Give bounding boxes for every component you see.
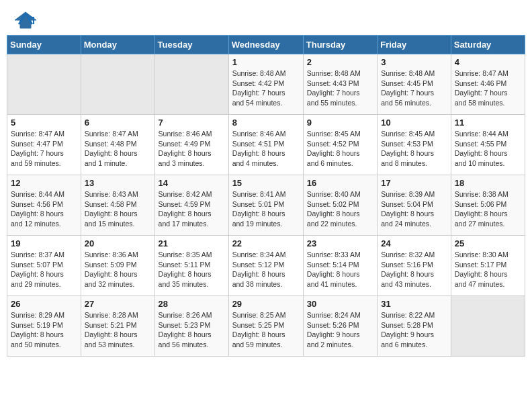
calendar-cell: 20Sunrise: 8:36 AM Sunset: 5:09 PM Dayli… (81, 236, 154, 296)
day-number: 13 (85, 178, 151, 188)
day-number: 22 (232, 238, 300, 248)
cell-content: Sunrise: 8:48 AM Sunset: 4:45 PM Dayligh… (381, 68, 447, 108)
cell-content: Sunrise: 8:46 AM Sunset: 4:49 PM Dayligh… (159, 129, 225, 169)
day-number: 1 (232, 57, 300, 67)
cell-content: Sunrise: 8:46 AM Sunset: 4:51 PM Dayligh… (232, 129, 300, 169)
day-number: 9 (307, 118, 373, 128)
day-number: 23 (307, 238, 373, 248)
day-number: 20 (85, 238, 151, 248)
cell-content: Sunrise: 8:29 AM Sunset: 5:19 PM Dayligh… (11, 310, 77, 350)
calendar-cell: 17Sunrise: 8:39 AM Sunset: 5:04 PM Dayli… (378, 175, 451, 236)
calendar-cell: 8Sunrise: 8:46 AM Sunset: 4:51 PM Daylig… (228, 115, 303, 175)
column-header-saturday: Saturday (451, 36, 525, 54)
day-number: 6 (85, 118, 151, 128)
cell-content: Sunrise: 8:48 AM Sunset: 4:42 PM Dayligh… (232, 68, 300, 108)
cell-content: Sunrise: 8:32 AM Sunset: 5:16 PM Dayligh… (381, 250, 447, 289)
calendar-header-row: SundayMondayTuesdayWednesdayThursdayFrid… (7, 36, 525, 54)
calendar-cell: 13Sunrise: 8:43 AM Sunset: 4:58 PM Dayli… (81, 175, 154, 236)
cell-content: Sunrise: 8:26 AM Sunset: 5:23 PM Dayligh… (159, 310, 225, 350)
calendar-cell: 3Sunrise: 8:48 AM Sunset: 4:45 PM Daylig… (378, 54, 451, 115)
cell-content: Sunrise: 8:25 AM Sunset: 5:25 PM Dayligh… (232, 310, 300, 350)
column-header-thursday: Thursday (303, 36, 377, 54)
day-number: 30 (307, 299, 373, 309)
day-number: 17 (381, 178, 447, 188)
cell-content: Sunrise: 8:45 AM Sunset: 4:52 PM Dayligh… (307, 129, 373, 169)
calendar-cell (451, 296, 525, 357)
calendar-cell: 27Sunrise: 8:28 AM Sunset: 5:21 PM Dayli… (81, 296, 154, 357)
calendar-cell: 21Sunrise: 8:35 AM Sunset: 5:11 PM Dayli… (154, 236, 228, 296)
day-number: 31 (381, 299, 447, 309)
day-number: 27 (85, 299, 151, 309)
calendar-cell: 15Sunrise: 8:41 AM Sunset: 5:01 PM Dayli… (228, 175, 303, 236)
logo-icon (13, 11, 38, 30)
cell-content: Sunrise: 8:40 AM Sunset: 5:02 PM Dayligh… (307, 189, 373, 229)
day-number: 15 (232, 178, 300, 188)
calendar-week-row: 1Sunrise: 8:48 AM Sunset: 4:42 PM Daylig… (7, 54, 525, 115)
cell-content: Sunrise: 8:28 AM Sunset: 5:21 PM Dayligh… (85, 310, 151, 350)
cell-content: Sunrise: 8:45 AM Sunset: 4:53 PM Dayligh… (381, 129, 447, 169)
calendar-cell: 28Sunrise: 8:26 AM Sunset: 5:23 PM Dayli… (154, 296, 228, 357)
cell-content: Sunrise: 8:24 AM Sunset: 5:26 PM Dayligh… (307, 310, 373, 350)
day-number: 5 (11, 118, 77, 128)
calendar-cell (154, 54, 228, 115)
calendar-cell: 9Sunrise: 8:45 AM Sunset: 4:52 PM Daylig… (303, 115, 377, 175)
calendar-cell: 4Sunrise: 8:47 AM Sunset: 4:46 PM Daylig… (451, 54, 525, 115)
column-header-friday: Friday (378, 36, 451, 54)
calendar-week-row: 5Sunrise: 8:47 AM Sunset: 4:47 PM Daylig… (7, 115, 525, 175)
calendar-cell: 22Sunrise: 8:34 AM Sunset: 5:12 PM Dayli… (228, 236, 303, 296)
day-number: 4 (455, 57, 521, 67)
day-number: 21 (159, 238, 225, 248)
day-number: 12 (11, 178, 77, 188)
cell-content: Sunrise: 8:47 AM Sunset: 4:46 PM Dayligh… (455, 68, 521, 108)
calendar-cell: 26Sunrise: 8:29 AM Sunset: 5:19 PM Dayli… (7, 296, 81, 357)
cell-content: Sunrise: 8:41 AM Sunset: 5:01 PM Dayligh… (232, 189, 300, 229)
calendar-cell: 30Sunrise: 8:24 AM Sunset: 5:26 PM Dayli… (303, 296, 377, 357)
calendar-week-row: 12Sunrise: 8:44 AM Sunset: 4:56 PM Dayli… (7, 175, 525, 236)
calendar-cell: 12Sunrise: 8:44 AM Sunset: 4:56 PM Dayli… (7, 175, 81, 236)
calendar-week-row: 26Sunrise: 8:29 AM Sunset: 5:19 PM Dayli… (7, 296, 525, 357)
cell-content: Sunrise: 8:22 AM Sunset: 5:28 PM Dayligh… (381, 310, 447, 350)
calendar-cell: 29Sunrise: 8:25 AM Sunset: 5:25 PM Dayli… (228, 296, 303, 357)
column-header-wednesday: Wednesday (228, 36, 303, 54)
day-number: 7 (159, 118, 225, 128)
calendar-cell: 25Sunrise: 8:30 AM Sunset: 5:17 PM Dayli… (451, 236, 525, 296)
day-number: 16 (307, 178, 373, 188)
page-header (0, 0, 532, 35)
day-number: 11 (455, 118, 521, 128)
cell-content: Sunrise: 8:42 AM Sunset: 4:59 PM Dayligh… (159, 189, 225, 229)
cell-content: Sunrise: 8:34 AM Sunset: 5:12 PM Dayligh… (232, 250, 300, 289)
calendar-week-row: 19Sunrise: 8:37 AM Sunset: 5:07 PM Dayli… (7, 236, 525, 296)
calendar-table: SundayMondayTuesdayWednesdayThursdayFrid… (7, 35, 525, 357)
cell-content: Sunrise: 8:35 AM Sunset: 5:11 PM Dayligh… (159, 250, 225, 289)
day-number: 8 (232, 118, 300, 128)
logo (13, 11, 42, 30)
cell-content: Sunrise: 8:39 AM Sunset: 5:04 PM Dayligh… (381, 189, 447, 229)
day-number: 2 (307, 57, 373, 67)
day-number: 29 (232, 299, 300, 309)
day-number: 18 (455, 178, 521, 188)
day-number: 28 (159, 299, 225, 309)
cell-content: Sunrise: 8:33 AM Sunset: 5:14 PM Dayligh… (307, 250, 373, 289)
calendar-container: SundayMondayTuesdayWednesdayThursdayFrid… (0, 35, 532, 363)
calendar-cell: 6Sunrise: 8:47 AM Sunset: 4:48 PM Daylig… (81, 115, 154, 175)
calendar-cell: 1Sunrise: 8:48 AM Sunset: 4:42 PM Daylig… (228, 54, 303, 115)
calendar-cell: 16Sunrise: 8:40 AM Sunset: 5:02 PM Dayli… (303, 175, 377, 236)
cell-content: Sunrise: 8:37 AM Sunset: 5:07 PM Dayligh… (11, 250, 77, 289)
day-number: 14 (159, 178, 225, 188)
calendar-cell: 23Sunrise: 8:33 AM Sunset: 5:14 PM Dayli… (303, 236, 377, 296)
calendar-cell: 10Sunrise: 8:45 AM Sunset: 4:53 PM Dayli… (378, 115, 451, 175)
cell-content: Sunrise: 8:47 AM Sunset: 4:47 PM Dayligh… (11, 129, 77, 169)
day-number: 3 (381, 57, 447, 67)
calendar-cell: 5Sunrise: 8:47 AM Sunset: 4:47 PM Daylig… (7, 115, 81, 175)
calendar-cell: 19Sunrise: 8:37 AM Sunset: 5:07 PM Dayli… (7, 236, 81, 296)
cell-content: Sunrise: 8:30 AM Sunset: 5:17 PM Dayligh… (455, 250, 521, 289)
day-number: 24 (381, 238, 447, 248)
day-number: 10 (381, 118, 447, 128)
column-header-sunday: Sunday (7, 36, 81, 54)
cell-content: Sunrise: 8:38 AM Sunset: 5:06 PM Dayligh… (455, 189, 521, 229)
calendar-cell: 18Sunrise: 8:38 AM Sunset: 5:06 PM Dayli… (451, 175, 525, 236)
cell-content: Sunrise: 8:44 AM Sunset: 4:56 PM Dayligh… (11, 189, 77, 229)
calendar-cell: 11Sunrise: 8:44 AM Sunset: 4:55 PM Dayli… (451, 115, 525, 175)
day-number: 25 (455, 238, 521, 248)
cell-content: Sunrise: 8:43 AM Sunset: 4:58 PM Dayligh… (85, 189, 151, 229)
